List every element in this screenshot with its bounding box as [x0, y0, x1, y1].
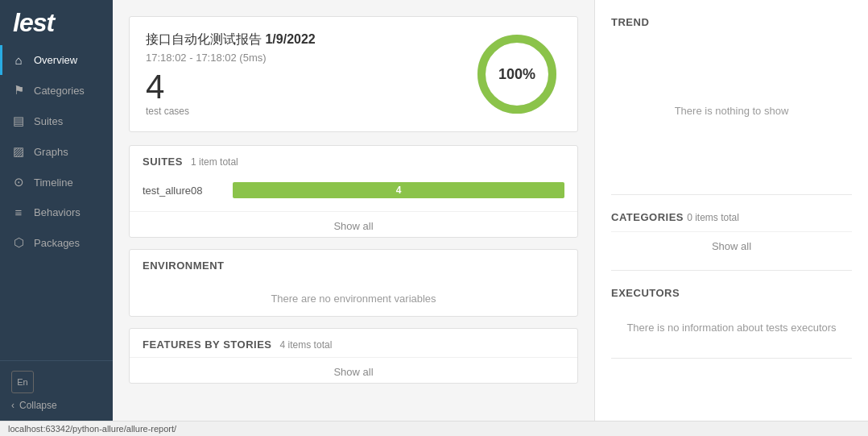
sidebar-label-overview: Overview: [34, 54, 77, 66]
right-panel: TREND There is nothing to show CATEGORIE…: [594, 0, 868, 421]
timeline-icon: ⊙: [11, 175, 26, 189]
chevron-left-icon: ‹: [11, 400, 14, 411]
test-count: 4: [146, 70, 316, 104]
suites-show-all-row: Show all: [130, 211, 577, 237]
report-title: 接口自动化测试报告 1/9/2022: [146, 31, 316, 48]
environment-card: ENVIRONMENT There are no environment var…: [129, 249, 578, 317]
categories-show-all-button[interactable]: Show all: [705, 239, 758, 254]
trend-empty: There is nothing to show: [675, 90, 789, 128]
report-time-range: 17:18:02 - 17:18:02 (5ms): [146, 52, 316, 64]
left-panel: 接口自动化测试报告 1/9/2022 17:18:02 - 17:18:02 (…: [113, 0, 594, 421]
suites-icon: ▤: [11, 114, 26, 128]
categories-show-all-row: Show all: [611, 231, 852, 257]
test-cases-label: test cases: [146, 106, 316, 117]
sidebar-item-overview[interactable]: ⌂ Overview: [0, 45, 113, 75]
pass-rate-donut: 100%: [473, 30, 561, 118]
trend-title: TREND: [611, 16, 852, 28]
status-bar: localhost:63342/python-allure/allure-rep…: [0, 421, 868, 436]
suite-row: test_allure08 4: [143, 177, 564, 203]
environment-header: ENVIRONMENT: [130, 250, 577, 278]
sidebar-nav: ⌂ Overview ⚑ Categories ▤ Suites ▨ Graph…: [0, 42, 113, 360]
graphs-icon: ▨: [11, 144, 26, 159]
features-show-all-row: Show all: [130, 357, 577, 383]
sidebar-item-suites[interactable]: ▤ Suites: [0, 106, 113, 136]
categories-right-title: CATEGORIES 0 items total: [611, 211, 852, 223]
sidebar-item-timeline[interactable]: ⊙ Timeline: [0, 167, 113, 197]
sidebar-label-suites: Suites: [34, 115, 63, 127]
suites-card: SUITES 1 item total test_allure08 4 Sh: [129, 145, 578, 238]
suite-bar-wrapper: 4: [233, 182, 564, 198]
executors-title: EXECUTORS: [611, 287, 852, 299]
trend-area: There is nothing to show: [611, 36, 852, 181]
sidebar-item-graphs[interactable]: ▨ Graphs: [0, 136, 113, 167]
features-card: FEATURES BY STORIES 4 items total Show a…: [129, 328, 578, 384]
sidebar-label-graphs: Graphs: [34, 146, 68, 158]
collapse-button[interactable]: ‹ Collapse: [11, 400, 101, 411]
sidebar: lest ⌂ Overview ⚑ Categories ▤ Suites ▨ …: [0, 0, 113, 421]
flag-icon: ⚑: [11, 83, 26, 98]
features-show-all-button[interactable]: Show all: [327, 364, 379, 380]
trend-section: TREND There is nothing to show: [611, 16, 852, 195]
categories-right-count: 0 items total: [687, 212, 739, 223]
executors-section: EXECUTORS There is no information about …: [611, 287, 852, 359]
suites-body: test_allure08 4: [130, 174, 577, 211]
app-logo: lest: [0, 0, 113, 42]
report-title-block: 接口自动化测试报告 1/9/2022 17:18:02 - 17:18:02 (…: [146, 31, 316, 117]
suite-name: test_allure08: [143, 185, 223, 197]
language-button[interactable]: En: [11, 371, 34, 393]
sidebar-label-packages: Packages: [34, 237, 80, 249]
report-header-card: 接口自动化测试报告 1/9/2022 17:18:02 - 17:18:02 (…: [129, 16, 578, 132]
sidebar-label-timeline: Timeline: [34, 176, 73, 189]
suites-show-all-button[interactable]: Show all: [327, 218, 379, 234]
sidebar-item-behaviors[interactable]: ≡ Behaviors: [0, 197, 113, 227]
sidebar-item-categories[interactable]: ⚑ Categories: [0, 75, 113, 106]
sidebar-footer: En ‹ Collapse: [0, 360, 113, 421]
sidebar-item-packages[interactable]: ⬡ Packages: [0, 227, 113, 258]
suites-count: 1 item total: [191, 156, 238, 168]
pass-percent-label: 100%: [498, 66, 535, 83]
suite-bar: 4: [233, 182, 564, 198]
home-icon: ⌂: [11, 53, 26, 67]
packages-icon: ⬡: [11, 235, 26, 250]
behaviors-icon: ≡: [11, 206, 26, 219]
sidebar-label-categories: Categories: [34, 85, 85, 97]
sidebar-label-behaviors: Behaviors: [34, 206, 81, 218]
features-header: FEATURES BY STORIES 4 items total: [130, 329, 577, 357]
features-count: 4 items total: [280, 339, 333, 351]
suites-header: SUITES 1 item total: [130, 146, 577, 174]
categories-right-section: CATEGORIES 0 items total Show all: [611, 211, 852, 271]
main-content: 接口自动化测试报告 1/9/2022 17:18:02 - 17:18:02 (…: [113, 0, 868, 421]
executors-empty: There is no information about tests exec…: [611, 307, 852, 345]
environment-empty: There are no environment variables: [130, 278, 577, 316]
